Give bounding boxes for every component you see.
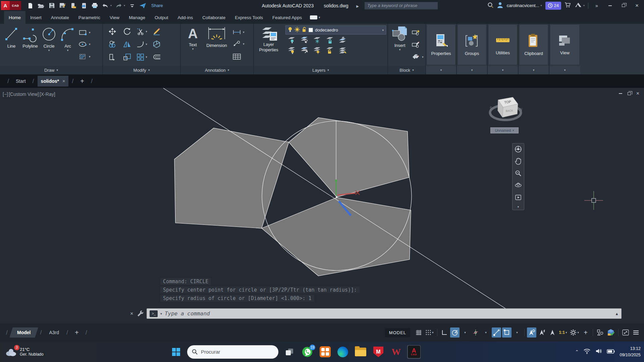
tab-annotate[interactable]: Annotate (46, 11, 74, 24)
workspace-switching-gear[interactable]: ▾ (569, 327, 580, 338)
tab-collaborate[interactable]: Collaborate (198, 11, 230, 24)
rectangle-tool[interactable]: ▾ (78, 29, 91, 36)
tray-overflow-chevron[interactable]: ⌃ (575, 349, 579, 354)
layer-freeze-tool[interactable] (313, 36, 322, 46)
weather-widget[interactable]: 3 21°C Ger. Nublado (5, 347, 44, 357)
open-from-web-mobile-icon[interactable] (69, 2, 77, 9)
task-view-button[interactable] (283, 345, 296, 359)
annotation-visibility-toggle[interactable] (527, 327, 536, 338)
scale-tool[interactable] (123, 53, 131, 61)
tab-express-tools[interactable]: Express Tools (230, 11, 268, 24)
taskbar-clock[interactable]: 13:12 09/10/2025 (620, 346, 641, 358)
save-to-web-mobile-icon[interactable] (80, 2, 88, 9)
layers-panel-label[interactable]: Layers▾ (254, 66, 387, 74)
leader-dropdown-icon[interactable]: ▾ (243, 42, 245, 46)
grid-toggle[interactable] (414, 327, 423, 338)
view-panel-expand[interactable]: ▾ (549, 66, 580, 74)
stretch-tool[interactable] (108, 53, 116, 61)
view-control[interactable]: [Custom View] (9, 92, 39, 97)
new-file-icon[interactable] (26, 2, 34, 9)
table-tool[interactable] (232, 53, 245, 60)
layer-thaw-sun-icon[interactable] (294, 27, 300, 34)
line-tool[interactable]: Line (2, 24, 21, 66)
block-panel-label[interactable]: Block▾ (388, 66, 425, 74)
circle-tool[interactable]: Circle ▾ (40, 24, 58, 66)
overflow-chevrons-icon[interactable]: » (592, 1, 602, 10)
object-snap-toggle[interactable] (502, 327, 512, 338)
annotation-scale-value[interactable]: 1:1▾ (558, 327, 568, 338)
array-tool[interactable]: ▾ (137, 53, 147, 61)
signed-in-user[interactable]: carolinacvicent... (507, 3, 539, 8)
pan-hand-icon[interactable] (514, 157, 523, 166)
zoom-icon[interactable] (514, 169, 523, 178)
autocad-taskbar-icon[interactable]: ACAD (407, 345, 421, 359)
user-dropdown-icon[interactable]: ▾ (541, 4, 542, 7)
snap-dropdown-icon[interactable]: ▾ (432, 331, 434, 334)
autocad-app-menu[interactable]: A CAD (1, 1, 21, 10)
close-tab-icon[interactable]: × (62, 78, 65, 84)
dimension-tool[interactable]: Dimension (202, 24, 231, 66)
command-expand-icon[interactable]: ▲ (615, 312, 619, 316)
viewport-restore-icon[interactable] (628, 92, 631, 95)
trim-tool[interactable]: ▾ (137, 27, 147, 36)
close-button[interactable]: × (632, 1, 642, 10)
tab-view[interactable]: View (105, 11, 124, 24)
polar-dropdown[interactable]: ▾ (461, 327, 470, 338)
trial-days-badge[interactable]: 24 (545, 2, 561, 10)
new-drawing-tab-button[interactable]: + (77, 77, 88, 85)
layer-properties-button[interactable]: Layer Properties (254, 24, 283, 66)
navigation-wheel-icon[interactable] (514, 145, 523, 154)
share-icon[interactable] (139, 2, 147, 9)
close-command-icon[interactable]: × (130, 311, 133, 317)
fillet-dropdown-icon[interactable]: ▾ (146, 43, 147, 46)
draw-panel-label[interactable]: Draw▾ (0, 66, 102, 74)
text-tool[interactable]: A Text ▾ (183, 24, 202, 66)
layer-unisolate-tool[interactable] (300, 46, 309, 56)
workspace-dropdown-icon[interactable]: ▾ (577, 331, 579, 334)
edit-block-tool[interactable] (412, 41, 424, 48)
isodraft-toggle[interactable] (471, 327, 480, 338)
insert-dropdown-icon[interactable]: ▾ (399, 48, 401, 51)
clipboard-panel-expand[interactable]: ▾ (519, 66, 549, 74)
ribbon-display-toggle[interactable]: ▾ (310, 11, 320, 24)
customize-qat-icon[interactable] (128, 2, 136, 9)
layer-dropdown-icon[interactable]: ▾ (382, 28, 384, 32)
recent-commands-icon[interactable]: ▾ (160, 312, 162, 315)
title-expand-icon[interactable]: ▶ (356, 4, 359, 8)
attributes-dropdown-icon[interactable]: ▾ (422, 55, 424, 59)
new-layout-button[interactable]: + (71, 329, 82, 337)
panel-groups[interactable]: Groups ▾ (457, 24, 488, 74)
linear-dimension-dropdown-icon[interactable]: ▾ (243, 31, 245, 34)
object-snap-dropdown[interactable]: ▾ (513, 327, 522, 338)
tab-insert[interactable]: Insert (25, 11, 46, 24)
taskbar-search-input[interactable] (201, 349, 261, 355)
file-tab-solidos[interactable]: solidos*× (38, 76, 69, 86)
ellipse-tool[interactable]: ▾ (78, 41, 91, 47)
layer-match-tool[interactable] (338, 46, 347, 56)
undo-dropdown-icon[interactable]: ▾ (110, 4, 112, 7)
command-prompt-icon[interactable]: >_ (150, 310, 158, 317)
volume-icon[interactable] (595, 348, 602, 355)
layer-isolate-tool[interactable] (300, 36, 309, 46)
define-attributes-tool[interactable]: ▾ (412, 54, 424, 60)
show-motion-icon[interactable] (514, 193, 523, 202)
view-cube-body[interactable]: TOP BACK (498, 97, 518, 117)
tab-home[interactable]: Home (4, 11, 25, 24)
groups-panel-expand[interactable]: ▾ (457, 66, 487, 74)
tab-add-ins[interactable]: Add-ins (173, 11, 198, 24)
layer-on-all-tool[interactable] (287, 46, 296, 56)
selection-filtering[interactable] (595, 327, 605, 338)
layer-unlock-icon[interactable] (302, 27, 307, 34)
view-cube[interactable]: S N TOP BACK (487, 90, 524, 127)
redo-icon[interactable] (115, 2, 122, 9)
rotate-tool[interactable] (123, 27, 131, 36)
trim-dropdown-icon[interactable]: ▾ (146, 30, 147, 33)
panel-clipboard[interactable]: Clipboard ▾ (519, 24, 549, 74)
arc-dropdown-icon[interactable]: ▾ (67, 49, 69, 52)
windows-start-button[interactable] (169, 345, 183, 359)
fillet-tool[interactable]: ▾ (137, 41, 147, 48)
wifi-icon[interactable] (583, 348, 591, 355)
layer-unlock-all-tool[interactable] (326, 46, 334, 56)
arc-tool[interactable]: Arc ▾ (58, 24, 77, 66)
layer-thaw-all-tool[interactable] (313, 46, 322, 56)
